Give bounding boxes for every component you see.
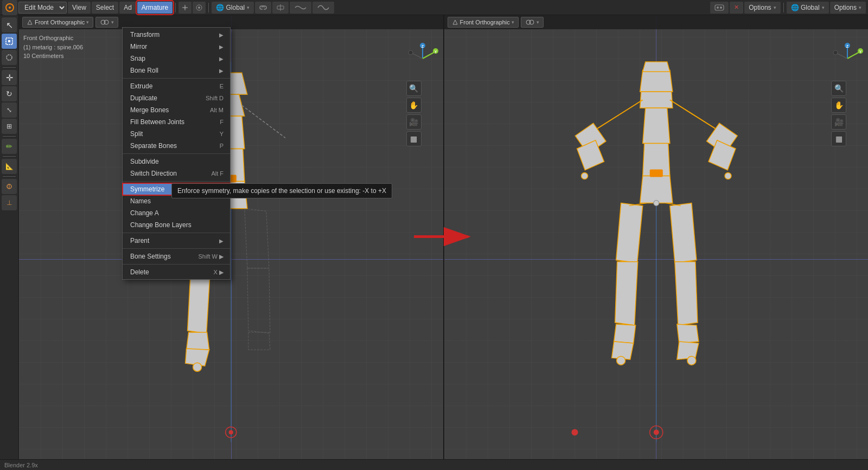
transform-tool[interactable]: ⊞ xyxy=(2,119,17,134)
move-tool[interactable]: ✛ xyxy=(2,70,17,85)
annotate-tool[interactable]: ✏ xyxy=(2,139,17,154)
separate-bones-menu-item[interactable]: Separate Bones P xyxy=(123,140,230,152)
duplicate-menu-item[interactable]: Duplicate Shift D xyxy=(123,92,230,104)
svg-marker-58 xyxy=(640,70,672,92)
wave-icon xyxy=(294,4,307,11)
delete-label: Delete xyxy=(130,268,149,276)
svg-marker-41 xyxy=(247,268,270,333)
switch-direction-menu-item[interactable]: Switch Direction Alt F xyxy=(123,168,230,179)
extrude-menu-item[interactable]: Extrude E xyxy=(123,80,230,92)
proportional-icon xyxy=(195,4,203,11)
grid-btn-right[interactable]: ▦ xyxy=(831,131,846,146)
axis-widget-right-svg: Z Y xyxy=(831,42,864,75)
menu-sep-5 xyxy=(123,248,230,249)
select-label: Select xyxy=(96,4,114,11)
view-name-left: Front Orthographic xyxy=(35,19,85,25)
overlay-btn-right[interactable]: ▾ xyxy=(521,17,544,28)
svg-marker-81 xyxy=(676,324,698,343)
axis-widget-right[interactable]: Z Y xyxy=(831,42,864,75)
zoom-in-btn-right[interactable]: 🔍 xyxy=(831,81,846,96)
pan-btn-right[interactable]: ✋ xyxy=(831,98,846,113)
select-menu-btn[interactable]: Select xyxy=(92,2,118,14)
overlay-icon-right xyxy=(525,19,535,25)
subdivide-menu-item[interactable]: Subdivide xyxy=(123,156,230,168)
bone-roll-icon xyxy=(5,182,14,191)
scale-tool[interactable]: ⤡ xyxy=(2,102,17,118)
extrude-bone-tool[interactable]: ⊥ xyxy=(2,195,17,210)
transform-menu-item[interactable]: Transform ▶ xyxy=(123,29,230,41)
axis-widget-left[interactable]: Z Y xyxy=(406,42,439,75)
header-sep-right xyxy=(783,3,784,12)
change-bone-layers-menu-item[interactable]: Change Bone Layers xyxy=(123,219,230,231)
svg-marker-80 xyxy=(674,262,697,325)
svg-marker-60 xyxy=(642,62,669,72)
view-perspective-btn[interactable]: Front Orthographic ▾ xyxy=(22,17,93,28)
merge-bones-menu-item[interactable]: Merge Bones Alt M xyxy=(123,104,230,116)
bone-roll-tool[interactable] xyxy=(2,179,17,194)
view-menu-btn[interactable]: View xyxy=(68,2,91,14)
ad-menu-btn[interactable]: Ad xyxy=(119,2,136,14)
circle-select-tool[interactable] xyxy=(2,50,17,65)
bone-settings-shortcut: Shift W ▶ xyxy=(198,253,224,260)
snap-btn[interactable] xyxy=(178,2,192,14)
view-perspective-btn-right[interactable]: Front Orthographic ▾ xyxy=(448,17,519,28)
svg-line-22 xyxy=(412,53,423,59)
merge-bones-shortcut: Alt M xyxy=(210,107,224,113)
split-menu-item[interactable]: Split Y xyxy=(123,128,230,140)
zoom-in-btn[interactable]: 🔍 xyxy=(406,81,422,96)
global-btn[interactable]: 🌐 Global ▾ xyxy=(212,2,254,14)
viewport-left[interactable]: Front Orthographic ▾ ▾ Front Orthographi… xyxy=(19,15,444,459)
svg-marker-42 xyxy=(248,332,270,350)
overlay-btn[interactable]: ▾ xyxy=(95,17,118,28)
proportional-btn[interactable] xyxy=(193,2,206,14)
bone-settings-menu-item[interactable]: Bone Settings Shift W ▶ xyxy=(123,250,230,262)
right-global-btn[interactable]: 🌐 Global ▾ xyxy=(787,2,829,14)
view-chevron-right: ▾ xyxy=(512,20,514,25)
svg-marker-82 xyxy=(676,342,698,359)
rotate-tool[interactable]: ↻ xyxy=(2,86,17,101)
wave2-btn[interactable] xyxy=(312,2,334,14)
armature-menu-btn[interactable]: Armature xyxy=(137,2,173,14)
bone-roll-menu-item[interactable]: Bone Roll ▶ xyxy=(123,65,230,76)
mode-selector[interactable]: Edit Mode xyxy=(18,2,67,14)
mirror-menu-item[interactable]: Mirror ▶ xyxy=(123,41,230,53)
symmetrize-tooltip: Enforce symmetry, make copies of the sel… xyxy=(171,183,392,198)
skeleton-left xyxy=(19,29,443,459)
armature-dropdown: Transform ▶ Mirror ▶ Snap ▶ Bone Roll ▶ … xyxy=(122,27,231,280)
pan-btn[interactable]: ✋ xyxy=(406,98,422,113)
header-link-btn[interactable] xyxy=(255,2,271,14)
grid-btn[interactable]: ▦ xyxy=(406,131,422,146)
right-options-btn[interactable]: Options ▾ xyxy=(830,2,866,14)
mirror-arrow: ▶ xyxy=(219,44,224,50)
svg-marker-40 xyxy=(245,209,269,268)
x-btn[interactable]: ✕ xyxy=(730,2,743,14)
skeleton-right xyxy=(444,29,869,459)
viewport-right[interactable]: Front Orthographic ▾ ▾ Z xyxy=(444,15,869,459)
select-box-tool[interactable] xyxy=(2,34,17,49)
options-btn[interactable]: Options ▾ xyxy=(744,2,780,14)
spine-bones-right xyxy=(640,108,672,203)
vr-btn[interactable] xyxy=(710,2,729,14)
header-transform-btn[interactable] xyxy=(272,2,289,14)
svg-point-64 xyxy=(581,173,588,179)
parent-menu-item[interactable]: Parent ▶ xyxy=(123,235,230,247)
svg-line-65 xyxy=(669,100,721,132)
camera-view-btn-right[interactable]: 🎥 xyxy=(831,114,846,130)
snap-menu-item[interactable]: Snap ▶ xyxy=(123,53,230,65)
global-chevron: ▾ xyxy=(247,5,250,10)
delete-menu-item[interactable]: Delete X ▶ xyxy=(123,266,230,278)
viewport-right-tools: Z Y 🔍 ✋ 🎥 ▦ xyxy=(831,42,864,146)
fill-between-joints-menu-item[interactable]: Fill Between Joints F xyxy=(123,116,230,128)
circle-select-icon xyxy=(5,53,14,62)
wave-btn[interactable] xyxy=(290,2,311,14)
svg-point-68 xyxy=(724,173,731,179)
change-a-label: Change A xyxy=(130,209,159,217)
app-icon[interactable] xyxy=(2,0,17,15)
camera-view-btn[interactable]: 🎥 xyxy=(406,114,422,130)
cursor-tool[interactable]: ↖ xyxy=(2,17,17,33)
change-a-menu-item[interactable]: Change A xyxy=(123,207,230,219)
bone-settings-label: Bone Settings xyxy=(130,253,171,260)
split-shortcut: Y xyxy=(220,131,224,137)
measure-tool[interactable]: 📐 xyxy=(2,159,17,174)
left-leg-bones xyxy=(245,209,270,350)
